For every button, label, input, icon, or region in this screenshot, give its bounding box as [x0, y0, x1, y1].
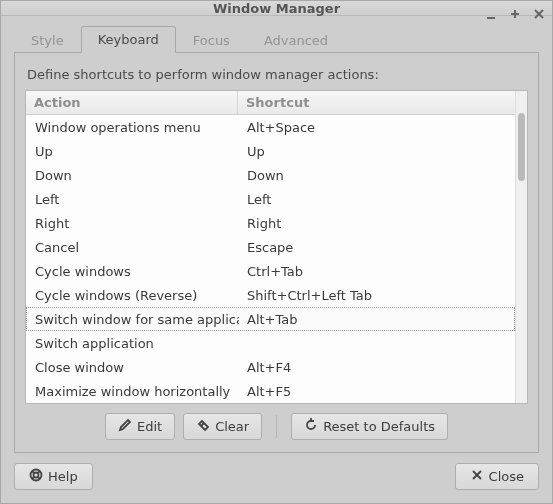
- close-x-icon: [470, 468, 484, 485]
- table-row[interactable]: Switch application: [26, 331, 515, 355]
- tab-advanced[interactable]: Advanced: [247, 27, 345, 53]
- table-rows: Window operations menuAlt+SpaceUpUpDownD…: [26, 115, 515, 403]
- cell-shortcut: Escape: [239, 240, 514, 255]
- svg-point-7: [34, 473, 39, 478]
- clear-icon: [196, 418, 210, 435]
- table-row[interactable]: DownDown: [26, 163, 515, 187]
- tab-style[interactable]: Style: [14, 27, 81, 53]
- scrollbar[interactable]: [515, 91, 527, 403]
- help-button[interactable]: Help: [14, 463, 93, 490]
- table-row[interactable]: Maximize window horizontallyAlt+F5: [26, 379, 515, 403]
- header-action[interactable]: Action: [26, 91, 238, 114]
- cell-action: Up: [27, 144, 239, 159]
- help-icon: [29, 468, 43, 485]
- cell-action: Cycle windows: [27, 264, 239, 279]
- cell-shortcut: Alt+Tab: [239, 312, 514, 327]
- table-row[interactable]: CancelEscape: [26, 235, 515, 259]
- tab-keyboard[interactable]: Keyboard: [81, 26, 176, 53]
- pencil-icon: [118, 418, 132, 435]
- clear-button[interactable]: Clear: [183, 413, 262, 440]
- cell-action: Down: [27, 168, 239, 183]
- tab-focus[interactable]: Focus: [176, 27, 247, 53]
- minimize-icon[interactable]: [484, 7, 498, 21]
- edit-label: Edit: [137, 419, 162, 434]
- window-title: Window Manager: [1, 1, 552, 16]
- cell-shortcut: Down: [239, 168, 514, 183]
- cell-shortcut: Up: [239, 144, 514, 159]
- svg-line-8: [32, 471, 34, 473]
- shortcuts-columns: Action Shortcut Window operations menuAl…: [26, 91, 515, 403]
- table-row[interactable]: LeftLeft: [26, 187, 515, 211]
- table-row[interactable]: Window operations menuAlt+Space: [26, 115, 515, 139]
- table-row[interactable]: Cycle windowsCtrl+Tab: [26, 259, 515, 283]
- window-manager-dialog: Window Manager Style Keyboard Focus Adva…: [0, 0, 553, 504]
- cell-action: Cycle windows (Reverse): [27, 288, 239, 303]
- cell-action: Cancel: [27, 240, 239, 255]
- maximize-icon[interactable]: [508, 7, 522, 21]
- reset-button[interactable]: Reset to Defaults: [291, 413, 448, 440]
- svg-line-11: [38, 477, 40, 479]
- edit-button[interactable]: Edit: [105, 413, 175, 440]
- tab-bar: Style Keyboard Focus Advanced: [14, 26, 539, 53]
- action-bar: Edit Clear Reset to Defaults: [25, 404, 528, 440]
- svg-line-9: [38, 471, 40, 473]
- cell-action: Left: [27, 192, 239, 207]
- cell-action: Close window: [27, 360, 239, 375]
- table-row[interactable]: Switch window for same applicationAlt+Ta…: [26, 307, 515, 331]
- table-header: Action Shortcut: [26, 91, 515, 115]
- scrollbar-thumb[interactable]: [518, 113, 525, 181]
- svg-line-5: [201, 423, 204, 426]
- cell-shortcut: Alt+F5: [239, 384, 514, 399]
- close-label: Close: [489, 469, 524, 484]
- cell-action: Maximize window horizontally: [27, 384, 239, 399]
- svg-line-10: [32, 477, 34, 479]
- cell-shortcut: Left: [239, 192, 514, 207]
- panel-description: Define shortcuts to perform window manag…: [27, 67, 526, 82]
- revert-icon: [304, 418, 318, 435]
- table-row[interactable]: Cycle windows (Reverse)Shift+Ctrl+Left T…: [26, 283, 515, 307]
- close-icon[interactable]: [532, 7, 546, 21]
- shortcuts-table: Action Shortcut Window operations menuAl…: [25, 90, 528, 404]
- cell-shortcut: Alt+Space: [239, 120, 514, 135]
- cell-shortcut: Ctrl+Tab: [239, 264, 514, 279]
- cell-shortcut: Alt+F4: [239, 360, 514, 375]
- clear-label: Clear: [215, 419, 249, 434]
- help-label: Help: [48, 469, 78, 484]
- shortcuts-table-wrap: Action Shortcut Window operations menuAl…: [25, 90, 528, 404]
- cell-action: Switch application: [27, 336, 239, 351]
- cell-action: Switch window for same application: [27, 312, 239, 327]
- close-button[interactable]: Close: [455, 463, 539, 490]
- cell-shortcut: Right: [239, 216, 514, 231]
- titlebar[interactable]: Window Manager: [1, 1, 552, 16]
- table-row[interactable]: UpUp: [26, 139, 515, 163]
- table-row[interactable]: Close windowAlt+F4: [26, 355, 515, 379]
- cell-shortcut: Shift+Ctrl+Left Tab: [239, 288, 514, 303]
- cell-action: Window operations menu: [27, 120, 239, 135]
- content-area: Style Keyboard Focus Advanced Define sho…: [1, 16, 552, 503]
- cell-action: Right: [27, 216, 239, 231]
- reset-label: Reset to Defaults: [323, 419, 435, 434]
- keyboard-panel: Define shortcuts to perform window manag…: [14, 53, 539, 453]
- dialog-footer: Help Close: [14, 463, 539, 490]
- window-controls: [484, 1, 546, 27]
- separator: [276, 415, 277, 438]
- header-shortcut[interactable]: Shortcut: [238, 91, 515, 114]
- table-row[interactable]: RightRight: [26, 211, 515, 235]
